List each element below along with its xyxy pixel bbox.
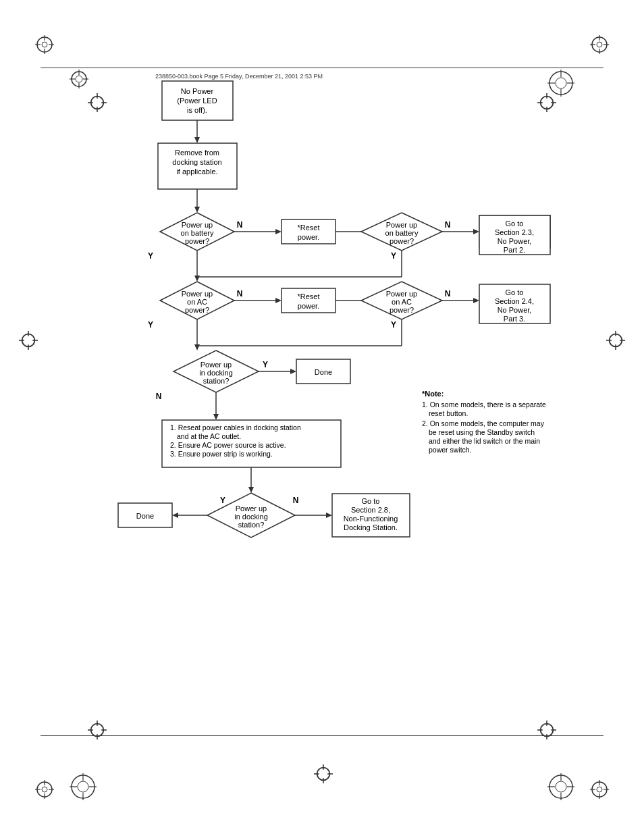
svg-point-7 [597,42,602,47]
svg-text:Power up: Power up [386,290,417,298]
svg-text:Y: Y [263,360,268,369]
svg-marker-135 [275,298,281,303]
svg-text:N: N [156,392,162,401]
inner-mark-tl [88,93,107,112]
svg-text:and either the lid switch or t: and either the lid switch or the main [429,437,540,445]
svg-text:*Reset: *Reset [297,224,319,232]
svg-text:power.: power. [298,233,319,241]
svg-text:3. Ensure power strip is worki: 3. Ensure power strip is working. [170,450,273,458]
bottom-left-large-circle [70,773,97,802]
svg-marker-101 [275,229,281,234]
svg-text:1.  On some models, there is a: 1. On some models, there is a separate [422,400,546,409]
corner-mark-br [590,780,609,799]
svg-text:Section 2.3,: Section 2.3, [495,228,534,236]
svg-point-13 [42,787,47,792]
flowchart-diagram: No Power (Power LED is off). Remove from… [105,78,557,733]
svg-text:Go to: Go to [506,288,524,296]
svg-text:2.  On some models, the comput: 2. On some models, the computer may [422,419,545,427]
bottom-right-large-circle [547,773,574,802]
svg-text:Y: Y [148,251,153,261]
svg-text:power?: power? [390,306,414,314]
svg-marker-177 [248,487,254,493]
svg-text:if applicable.: if applicable. [176,167,217,176]
svg-text:Power up: Power up [386,221,417,229]
svg-point-66 [76,76,82,82]
svg-text:station?: station? [238,521,265,529]
svg-text:Power up: Power up [236,504,267,513]
svg-text:Go to: Go to [506,219,524,228]
header-line [41,68,603,68]
svg-text:station?: station? [203,377,230,385]
svg-text:2. Ensure AC power source is a: 2. Ensure AC power source is active. [170,441,286,449]
svg-marker-128 [194,276,200,282]
svg-text:No Power: No Power [181,87,214,95]
svg-text:Remove from: Remove from [175,149,219,157]
svg-marker-165 [290,369,296,374]
svg-marker-189 [326,513,332,518]
svg-point-72 [556,78,566,88]
svg-text:Power up: Power up [200,361,232,369]
svg-text:Go to: Go to [362,497,380,505]
svg-text:reset button.: reset button. [429,409,468,417]
svg-marker-158 [194,344,200,350]
svg-text:power?: power? [185,306,209,314]
svg-marker-88 [194,137,200,143]
svg-text:Non-Functioning: Non-Functioning [344,515,398,523]
svg-marker-113 [473,229,479,234]
top-left-large-circle [70,70,88,90]
svg-point-60 [78,781,88,792]
left-reg-mark [19,331,38,350]
svg-text:N: N [445,220,451,230]
svg-point-1 [42,42,47,47]
svg-point-78 [556,781,566,792]
svg-text:Part 2.: Part 2. [504,246,525,254]
corner-mark-bl [35,780,54,799]
svg-point-19 [597,787,602,792]
svg-text:Power up: Power up [182,221,213,229]
svg-text:power switch.: power switch. [429,446,472,454]
svg-marker-185 [172,513,178,518]
footer-line [41,735,603,736]
svg-text:docking station: docking station [172,158,221,166]
svg-text:in docking: in docking [234,513,268,521]
svg-text:Y: Y [220,496,225,505]
svg-marker-94 [194,207,200,213]
svg-text:is off).: is off). [187,106,207,114]
svg-text:N: N [293,496,299,505]
svg-text:Docking Station.: Docking Station. [344,523,398,531]
svg-text:in docking: in docking [199,369,233,377]
svg-text:N: N [445,289,451,298]
svg-text:on battery: on battery [385,229,419,237]
svg-text:and at the AC outlet.: and at the AC outlet. [177,432,241,440]
right-reg-mark [606,331,625,350]
svg-text:power.: power. [298,302,319,310]
svg-text:be reset using the Standby swi: be reset using the Standby switch [429,428,535,436]
svg-text:on AC: on AC [187,298,207,306]
svg-text:No Power,: No Power, [498,306,532,314]
svg-text:*Reset: *Reset [297,292,319,301]
bottom-center-mark [314,764,333,783]
corner-mark-tl [35,35,54,54]
svg-text:Part 3.: Part 3. [504,315,525,323]
svg-text:No Power,: No Power, [498,237,532,245]
svg-text:Done: Done [315,368,332,376]
svg-text:on battery: on battery [181,229,214,237]
svg-text:on AC: on AC [392,298,412,306]
svg-text:N: N [237,289,243,298]
corner-mark-tr [590,35,609,54]
svg-text:Done: Done [136,512,154,520]
svg-text:1. Reseat power cables in dock: 1. Reseat power cables in docking statio… [170,423,301,432]
svg-text:N: N [237,220,243,230]
svg-text:(Power LED: (Power LED [177,97,217,105]
svg-text:*Note:: *Note: [422,390,444,398]
svg-text:power?: power? [185,237,209,245]
svg-text:Y: Y [391,320,396,330]
svg-text:Power up: Power up [182,290,213,298]
svg-marker-170 [213,414,219,420]
svg-text:Section 2.4,: Section 2.4, [495,297,534,305]
svg-text:power?: power? [390,237,414,245]
svg-text:Section 2.8,: Section 2.8, [351,506,390,514]
svg-marker-147 [473,298,479,303]
svg-text:Y: Y [391,251,396,261]
bottom-left-inner-mark [88,721,107,739]
